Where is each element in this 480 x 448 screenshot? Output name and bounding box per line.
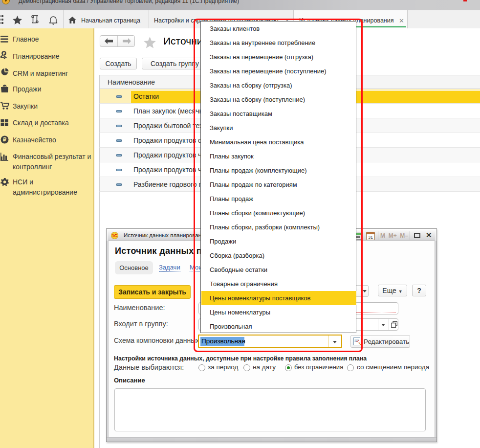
- svg-text:₽: ₽: [3, 136, 6, 142]
- svg-text:₽: ₽: [3, 52, 5, 55]
- svg-text:31: 31: [368, 235, 373, 240]
